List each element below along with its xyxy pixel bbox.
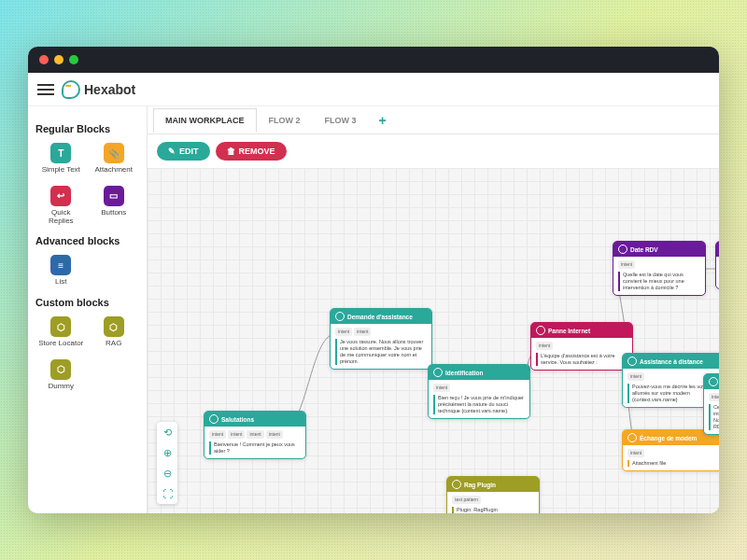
topbar: Hexabot: [28, 73, 719, 106]
remove-button[interactable]: 🗑 REMOVE: [216, 142, 287, 161]
add-flow-button[interactable]: +: [369, 109, 397, 132]
window-minimize-icon[interactable]: [54, 55, 63, 64]
fit-screen-button[interactable]: ⛶: [157, 483, 177, 504]
block-icon: ⬡: [104, 316, 124, 337]
block-icon: ↩: [50, 186, 71, 206]
action-bar: ✎ EDIT 🗑 REMOVE: [148, 134, 719, 168]
node-demande[interactable]: Demande d'assistance intentintentJe vous…: [330, 308, 432, 370]
block-label: Store Locator: [38, 340, 83, 348]
app-name: Hexabot: [84, 82, 135, 97]
hamburger-menu-icon[interactable]: [37, 84, 54, 95]
tab-flow-3[interactable]: FLOW 3: [313, 108, 369, 133]
block-label: Attachment: [95, 166, 133, 175]
app-logo[interactable]: Hexabot: [62, 80, 135, 99]
block-icon: ▭: [104, 186, 124, 206]
tab-main-workplace[interactable]: MAIN WORKPLACE: [153, 108, 257, 133]
block-label: Simple Text: [42, 166, 80, 175]
node-reorientation[interactable]: Réorientation RDV intentCette panne néce…: [703, 373, 719, 435]
node-panne[interactable]: Panne Internet intentL'équipe d'assistan…: [530, 322, 633, 371]
block-icon: T: [50, 143, 71, 163]
node-salutations[interactable]: Salutations intentintentintentintentBien…: [204, 411, 306, 459]
window-close-icon[interactable]: [39, 55, 49, 64]
sidebar: Regular Blocks TSimple Text📎Attachment↩Q…: [28, 106, 148, 513]
block-store-locator[interactable]: ⬡Store Locator: [35, 314, 87, 351]
flow-tabs: MAIN WORKPLACEFLOW 2FLOW 3+: [148, 106, 719, 134]
block-quick-replies[interactable]: ↩Quick Replies: [35, 183, 87, 229]
section-title-advanced: Advanced blocks: [35, 235, 139, 246]
block-label: Quick Replies: [38, 209, 84, 226]
block-simple-text[interactable]: TSimple Text: [35, 140, 87, 177]
block-attachment[interactable]: 📎Attachment: [89, 140, 140, 177]
window-titlebar: [28, 47, 719, 73]
edit-button[interactable]: ✎ EDIT: [157, 142, 210, 161]
window-maximize-icon[interactable]: [69, 55, 78, 64]
block-label: List: [55, 278, 66, 287]
block-dummy[interactable]: ⬡Dummy: [35, 357, 87, 394]
node-creneaux[interactable]: Créneaux horaires intentQuel est le crén…: [715, 241, 719, 289]
node-rag[interactable]: Rag Plugin text patternPlugin: RagPlugin: [446, 476, 540, 513]
zoom-reset-button[interactable]: ⟲: [157, 422, 177, 442]
block-list[interactable]: ≡List: [35, 252, 87, 289]
zoom-out-button[interactable]: ⊖: [157, 463, 177, 483]
block-label: Buttons: [101, 209, 126, 217]
section-title-regular: Regular Blocks: [35, 123, 139, 134]
block-label: RAG: [106, 340, 121, 348]
block-icon: ⬡: [50, 359, 71, 380]
section-title-custom: Custom blocks: [35, 297, 139, 308]
flow-canvas[interactable]: Salutations intentintentintentintentBien…: [148, 168, 719, 513]
main-area: MAIN WORKPLACEFLOW 2FLOW 3+ ✎ EDIT 🗑 REM…: [148, 106, 719, 513]
node-echange[interactable]: Échange de modem intentAttachment file: [622, 429, 719, 471]
block-icon: ≡: [50, 255, 71, 275]
block-rag[interactable]: ⬡RAG: [89, 314, 140, 351]
node-datedv[interactable]: Date RDV intentQuelle est la date qui vo…: [613, 241, 706, 296]
block-buttons[interactable]: ▭Buttons: [89, 183, 140, 229]
app-window: Hexabot Regular Blocks TSimple Text📎Atta…: [28, 47, 719, 513]
tab-flow-2[interactable]: FLOW 2: [257, 108, 313, 133]
logo-icon: [62, 80, 80, 99]
block-label: Dummy: [48, 383, 74, 391]
block-icon: ⬡: [50, 316, 71, 337]
block-icon: 📎: [104, 143, 124, 163]
zoom-in-button[interactable]: ⊕: [157, 442, 177, 463]
zoom-controls: ⟲ ⊕ ⊖ ⛶: [157, 422, 177, 504]
node-identification[interactable]: Identification intentBien reçu ! Je vous…: [428, 364, 530, 419]
